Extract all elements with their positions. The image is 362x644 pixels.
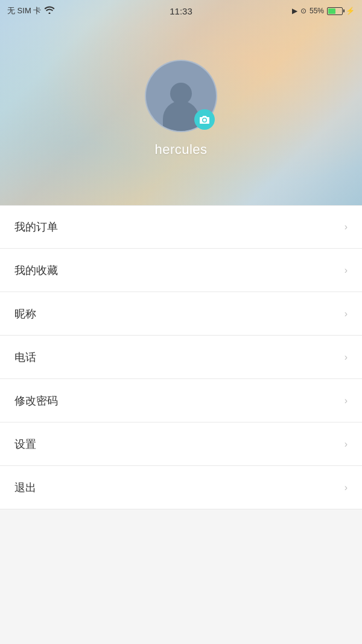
menu-item-phone-label: 电话 [14,350,36,365]
menu-item-logout[interactable]: 退出 › [0,466,362,509]
battery-indicator [327,7,343,15]
menu-list: 我的订单 › 我的收藏 › 昵称 › 电话 › 修改密码 › 设置 › 退出 › [0,205,362,509]
menu-item-phone[interactable]: 电话 › [0,336,362,379]
alarm-icon: ⊙ [300,7,306,15]
location-icon: ▶ [292,7,297,15]
menu-item-logout-label: 退出 [14,480,36,495]
silhouette-body [163,101,199,131]
menu-item-settings[interactable]: 设置 › [0,422,362,466]
bottom-spacer [0,509,362,630]
menu-item-password[interactable]: 修改密码 › [0,379,362,422]
charging-icon: ⚡ [346,7,355,15]
status-bar: 无 SIM 卡 11:33 ▶ ⊙ 55% ⚡ [0,0,362,22]
menu-item-favorites[interactable]: 我的收藏 › [0,249,362,292]
chevron-icon-logout: › [345,482,348,493]
chevron-icon-phone: › [345,352,348,363]
time-display: 11:33 [170,6,192,16]
chevron-icon-favorites: › [345,265,348,276]
status-left: 无 SIM 卡 [7,5,55,16]
menu-item-settings-label: 设置 [14,437,36,451]
chevron-icon-nickname: › [345,308,348,319]
menu-item-password-label: 修改密码 [14,394,58,408]
wifi-icon [44,6,55,16]
menu-item-favorites-label: 我的收藏 [14,263,58,278]
menu-item-orders-label: 我的订单 [14,220,58,234]
menu-item-orders[interactable]: 我的订单 › [0,205,362,249]
carrier-text: 无 SIM 卡 [7,5,41,16]
camera-badge[interactable] [194,109,215,130]
profile-header: hercules [0,0,362,205]
profile-content: hercules [145,60,217,158]
battery-percent: 55% [310,7,324,15]
menu-item-nickname[interactable]: 昵称 › [0,292,362,336]
avatar-wrapper[interactable] [145,60,217,132]
menu-item-nickname-label: 昵称 [14,307,36,321]
status-right: ▶ ⊙ 55% ⚡ [292,7,355,15]
chevron-icon-orders: › [345,222,348,232]
chevron-icon-settings: › [345,439,348,450]
chevron-icon-password: › [345,395,348,406]
username-label: hercules [154,142,207,158]
